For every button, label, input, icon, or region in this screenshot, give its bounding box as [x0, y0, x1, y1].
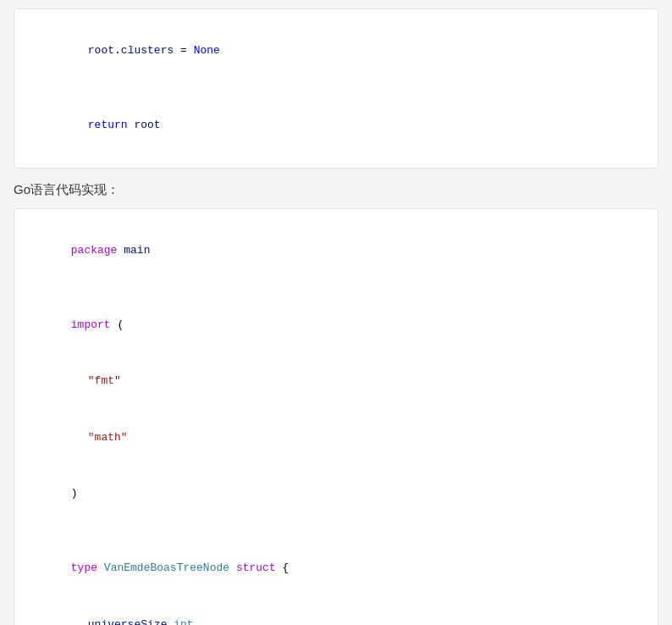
- go-code-block: package main import ( "fmt" "math" ) typ…: [14, 208, 658, 625]
- code-line: [31, 522, 641, 540]
- code-line: return root: [31, 97, 641, 153]
- code-line: type VanEmdeBoasTreeNode struct {: [31, 540, 641, 596]
- top-code-block: root.clusters = None return root: [14, 8, 658, 169]
- section-label: Go语言代码实现：: [14, 182, 658, 198]
- code-line: universeSize int: [31, 597, 641, 625]
- code-line: "fmt": [31, 353, 641, 409]
- page-container: root.clusters = None return root Go语言代码实…: [0, 0, 672, 625]
- code-line: ): [31, 466, 641, 522]
- code-line: package main: [31, 223, 641, 279]
- code-line: import (: [31, 297, 641, 353]
- code-line: [31, 279, 641, 297]
- code-line: [31, 79, 641, 97]
- code-line: root.clusters = None: [31, 23, 641, 79]
- code-line: "math": [31, 410, 641, 466]
